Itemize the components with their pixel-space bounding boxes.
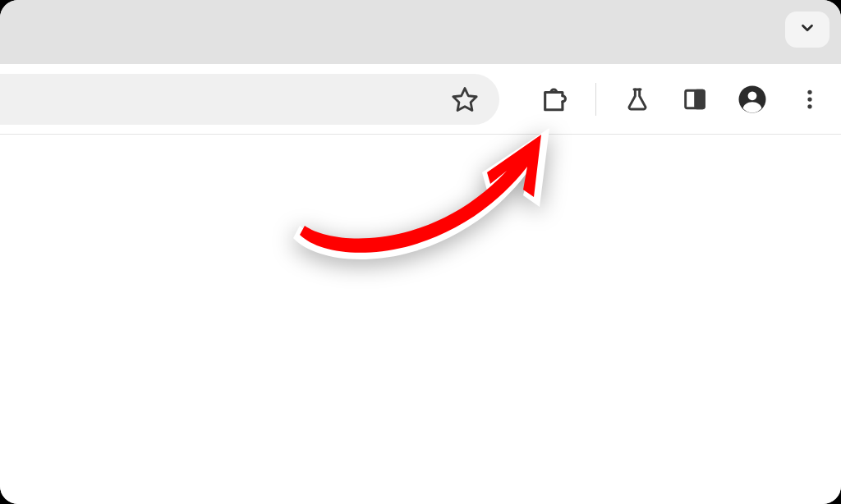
side-panel-icon[interactable] [678,83,711,116]
svg-point-6 [807,97,811,101]
toolbar-separator [595,83,596,116]
svg-point-7 [807,104,811,108]
svg-marker-0 [453,88,476,110]
tabs-dropdown-button[interactable] [785,11,830,48]
toolbar-actions [499,83,826,116]
bookmark-star-icon[interactable] [448,83,481,116]
svg-point-4 [748,91,757,100]
svg-point-5 [807,89,811,94]
extensions-icon[interactable] [538,83,571,116]
address-bar[interactable] [0,74,499,125]
labs-flask-icon[interactable] [621,83,654,116]
chevron-down-icon [798,19,816,40]
page-content [0,135,841,504]
toolbar [0,64,841,135]
browser-window [0,0,841,504]
tab-strip [0,0,841,64]
kebab-menu-icon[interactable] [793,83,826,116]
svg-rect-2 [696,90,705,108]
profile-avatar-icon[interactable] [736,83,769,116]
